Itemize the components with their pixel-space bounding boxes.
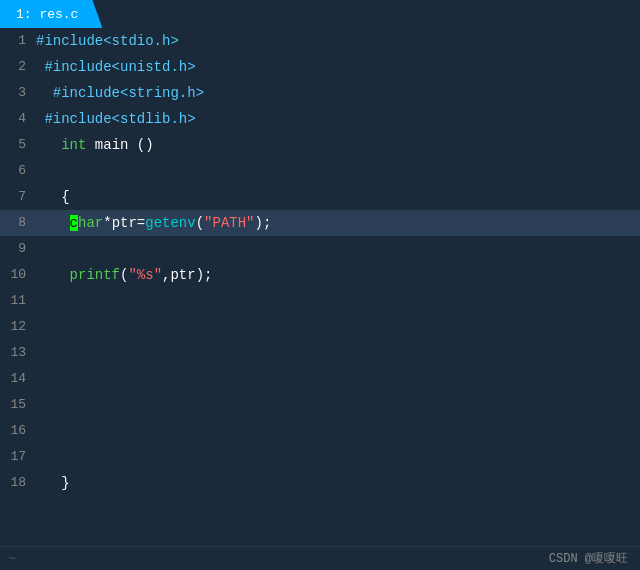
code-line-10: 10 printf("%s",ptr);: [0, 262, 640, 288]
code-line-17: 17: [0, 444, 640, 470]
line-number: 17: [0, 444, 36, 470]
line-content: int main (): [36, 132, 154, 158]
line-number: 13: [0, 340, 36, 366]
tilde-indicator: ~: [4, 551, 16, 567]
line-number: 9: [0, 236, 36, 262]
line-content: #include<stdlib.h>: [36, 106, 196, 132]
line-content: char*ptr=getenv("PATH");: [36, 210, 271, 236]
file-tab[interactable]: 1: res.c: [0, 0, 102, 28]
line-number: 16: [0, 418, 36, 444]
status-bar: ~ CSDN @嗄嗄旺: [0, 546, 640, 570]
line-content: {: [36, 184, 70, 210]
line-number: 12: [0, 314, 36, 340]
line-number: 4: [0, 106, 36, 132]
code-line-1: 1 #include<stdio.h>: [0, 28, 640, 54]
code-line-4: 4 #include<stdlib.h>: [0, 106, 640, 132]
code-line-2: 2 #include<unistd.h>: [0, 54, 640, 80]
code-line-11: 11: [0, 288, 640, 314]
code-line-13: 13: [0, 340, 640, 366]
line-number: 15: [0, 392, 36, 418]
line-number: 7: [0, 184, 36, 210]
code-line-14: 14: [0, 366, 640, 392]
code-line-5: 5 int main (): [0, 132, 640, 158]
line-number: 2: [0, 54, 36, 80]
line-number: 3: [0, 80, 36, 106]
line-number: 5: [0, 132, 36, 158]
line-number: 6: [0, 158, 36, 184]
line-number: 18: [0, 470, 36, 496]
line-content: #include<unistd.h>: [36, 54, 196, 80]
line-content: #include<stdio.h>: [36, 28, 179, 54]
code-line-3: 3 #include<string.h>: [0, 80, 640, 106]
code-line-8: 8 char*ptr=getenv("PATH");: [0, 210, 640, 236]
tab-bar: 1: res.c: [0, 0, 640, 28]
line-number: 10: [0, 262, 36, 288]
code-line-12: 12: [0, 314, 640, 340]
code-line-15: 15: [0, 392, 640, 418]
code-line-16: 16: [0, 418, 640, 444]
line-number: 1: [0, 28, 36, 54]
code-editor: 1 #include<stdio.h> 2 #include<unistd.h>…: [0, 28, 640, 546]
status-text: CSDN @嗄嗄旺: [549, 550, 628, 567]
code-line-18: 18 }: [0, 470, 640, 496]
line-content: #include<string.h>: [36, 80, 204, 106]
code-line-7: 7 {: [0, 184, 640, 210]
tab-label: 1: res.c: [16, 7, 78, 22]
code-line-9: 9: [0, 236, 640, 262]
line-content: }: [36, 470, 70, 496]
line-number: 14: [0, 366, 36, 392]
line-number: 8: [0, 210, 36, 236]
line-number: 11: [0, 288, 36, 314]
code-line-6: 6: [0, 158, 640, 184]
line-content: printf("%s",ptr);: [36, 262, 212, 288]
